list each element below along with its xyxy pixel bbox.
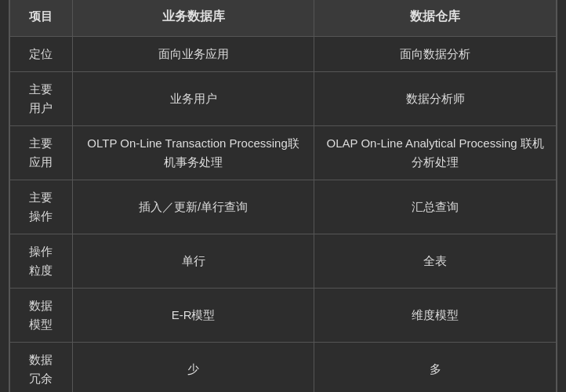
row-label-4: 操作 粒度 [10, 234, 73, 289]
row-label-3: 主要 操作 [10, 180, 73, 234]
row-olap-3: 汇总查询 [314, 180, 557, 234]
row-oltp-5: E-R模型 [72, 289, 314, 343]
row-label-0: 定位 [10, 37, 73, 72]
comparison-table: 项目 业务数据库 数据仓库 定位面向业务应用面向数据分析主要 用户业务用户数据分… [9, 0, 557, 392]
row-oltp-1: 业务用户 [72, 72, 314, 126]
row-olap-2: OLAP On-Line Analytical Processing 联机分析处… [314, 126, 557, 180]
table-row: 主要 应用OLTP On-Line Transaction Processing… [10, 126, 557, 180]
row-oltp-2: OLTP On-Line Transaction Processing联机事务处… [72, 126, 314, 180]
row-oltp-6: 少 [72, 343, 314, 392]
row-olap-0: 面向数据分析 [314, 37, 557, 72]
row-olap-6: 多 [314, 343, 557, 392]
table-row: 数据 模型E-R模型维度模型 [10, 289, 557, 343]
header-col1: 项目 [10, 0, 73, 37]
row-label-2: 主要 应用 [10, 126, 73, 180]
row-label-1: 主要 用户 [10, 72, 73, 126]
row-label-6: 数据 冗余 [10, 343, 73, 392]
table-row: 定位面向业务应用面向数据分析 [10, 37, 557, 72]
table-row: 数据 冗余少多 [10, 343, 557, 392]
row-olap-4: 全表 [314, 234, 557, 289]
header-col2: 业务数据库 [72, 0, 314, 37]
table-row: 主要 操作插入／更新/单行查询汇总查询 [10, 180, 557, 234]
header-col3: 数据仓库 [314, 0, 557, 37]
row-oltp-0: 面向业务应用 [72, 37, 314, 72]
row-oltp-4: 单行 [72, 234, 314, 289]
row-olap-1: 数据分析师 [314, 72, 557, 126]
row-label-5: 数据 模型 [10, 289, 73, 343]
table-header-row: 项目 业务数据库 数据仓库 [10, 0, 557, 37]
table-row: 主要 用户业务用户数据分析师 [10, 72, 557, 126]
row-olap-5: 维度模型 [314, 289, 557, 343]
row-oltp-3: 插入／更新/单行查询 [72, 180, 314, 234]
table-row: 操作 粒度单行全表 [10, 234, 557, 289]
